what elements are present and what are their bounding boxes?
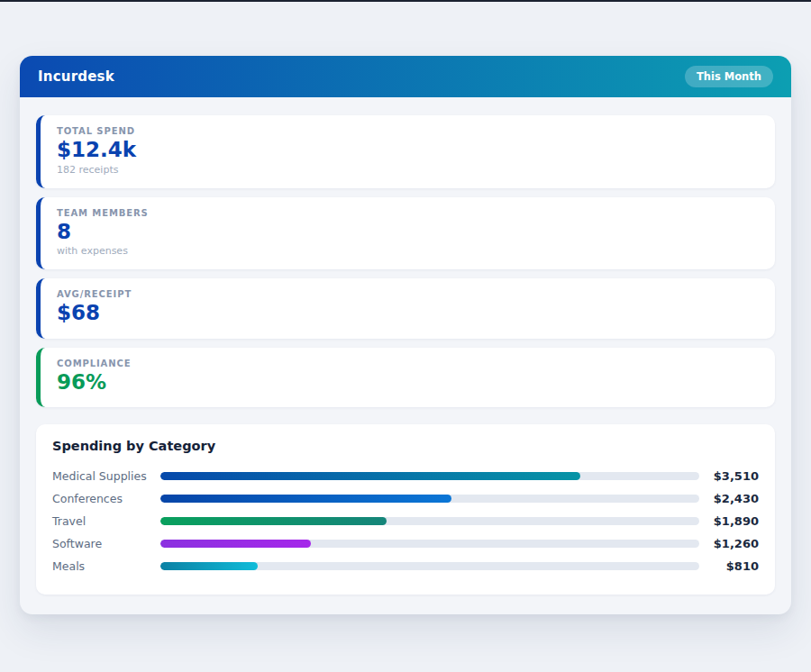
category-row-software: Software $1,260 bbox=[52, 532, 759, 555]
category-value: $810 bbox=[699, 559, 759, 573]
bar-fill bbox=[160, 540, 311, 548]
category-row-travel: Travel $1,890 bbox=[52, 510, 759, 532]
category-row-conferences: Conferences $2,430 bbox=[52, 487, 759, 510]
stat-label: TOTAL SPEND bbox=[57, 126, 759, 136]
category-value: $1,260 bbox=[699, 537, 759, 550]
dashboard-panel: Incurdesk This Month TOTAL SPEND $12.4k … bbox=[20, 56, 791, 614]
category-label: Travel bbox=[52, 514, 160, 528]
spending-by-category-card: Spending by Category Medical Supplies $3… bbox=[36, 424, 775, 595]
app-header: Incurdesk This Month bbox=[20, 56, 791, 97]
category-value: $3,510 bbox=[699, 469, 759, 483]
period-badge[interactable]: This Month bbox=[685, 66, 773, 87]
category-label: Software bbox=[52, 537, 160, 550]
category-chart-title: Spending by Category bbox=[52, 439, 759, 453]
stat-value: 96% bbox=[57, 370, 759, 395]
bar-track bbox=[160, 472, 699, 480]
category-label: Medical Supplies bbox=[52, 469, 160, 483]
bar-track bbox=[160, 495, 699, 503]
stat-card-total-spend: TOTAL SPEND $12.4k 182 receipts bbox=[36, 115, 775, 188]
stat-label: TEAM MEMBERS bbox=[57, 208, 759, 218]
stat-value: 8 bbox=[57, 220, 759, 245]
stat-value: $12.4k bbox=[57, 138, 759, 163]
stat-subtitle: with expenses bbox=[57, 245, 759, 257]
screen-top-border bbox=[0, 0, 811, 2]
stat-subtitle: 182 receipts bbox=[57, 164, 759, 176]
bar-fill bbox=[160, 517, 387, 525]
bar-fill bbox=[160, 472, 580, 480]
bar-fill bbox=[160, 495, 451, 503]
category-value: $2,430 bbox=[699, 492, 759, 505]
stat-card-avg-receipt: AVG/RECEIPT $68 bbox=[36, 278, 775, 339]
app-title: Incurdesk bbox=[38, 68, 114, 85]
panel-body: TOTAL SPEND $12.4k 182 receipts TEAM MEM… bbox=[20, 97, 791, 614]
bar-fill bbox=[160, 562, 258, 570]
bar-track bbox=[160, 517, 699, 525]
stat-value: $68 bbox=[57, 301, 759, 326]
category-row-medical-supplies: Medical Supplies $3,510 bbox=[52, 465, 759, 487]
stat-card-compliance: COMPLIANCE 96% bbox=[36, 348, 775, 408]
category-row-meals: Meals $810 bbox=[52, 555, 759, 577]
stat-card-team-members: TEAM MEMBERS 8 with expenses bbox=[36, 197, 775, 270]
category-label: Conferences bbox=[52, 492, 160, 505]
category-value: $1,890 bbox=[699, 514, 759, 528]
category-label: Meals bbox=[52, 559, 160, 573]
bar-track bbox=[160, 540, 699, 548]
stat-label: AVG/RECEIPT bbox=[57, 289, 759, 299]
bar-track bbox=[160, 562, 699, 570]
stat-label: COMPLIANCE bbox=[57, 359, 759, 368]
